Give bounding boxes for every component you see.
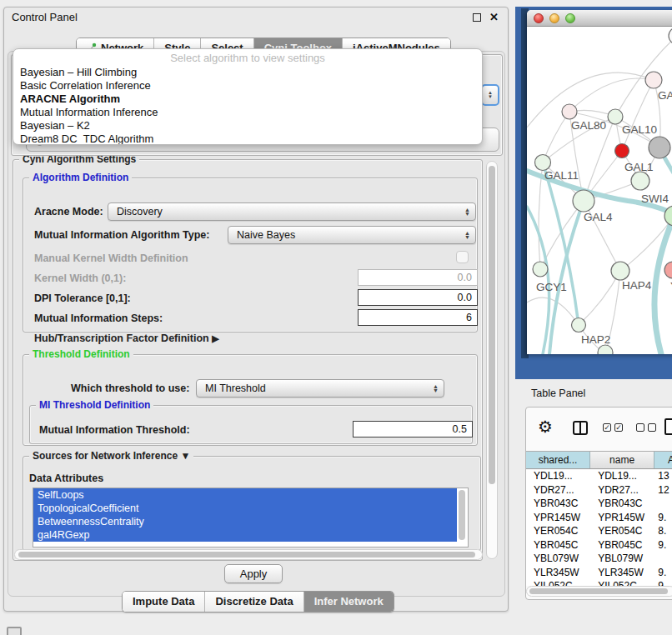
scrollbar-thumb[interactable] [529,588,668,594]
which-threshold-combobox[interactable]: MI Threshold ▲▼ [196,379,444,398]
network-canvas[interactable]: GAL80 GAL10 GAL11 GAL1 SWI4 GAL4 GCY1 HA… [527,28,672,354]
table-panel-section: Table Panel ⚙ ✓ ✓ shared... name A [509,379,672,635]
algorithm-dropdown-popup: Select algorithm to view settings Bayesi… [13,48,483,145]
settings-horizontal-scrollbar[interactable] [14,549,483,560]
apply-button[interactable]: Apply [224,564,283,583]
node-gcy1 [533,262,548,277]
algorithm-option[interactable]: Bayesian – Hill Climbing [13,66,482,79]
bottom-left-partial-icon[interactable] [7,627,22,635]
combo-arrows-icon: ▲▼ [462,208,475,216]
mi-threshold-field[interactable]: 0.5 [353,421,473,438]
unchecked-checkbox-icon[interactable] [636,423,644,432]
tab-discretize-data[interactable]: Discretize Data [204,592,303,612]
node-gal10-gray [649,137,670,158]
unchecked-checkbox-icon[interactable] [648,423,656,432]
document-icon[interactable] [664,418,672,435]
table-row[interactable]: YBR043C YBR043C [526,498,672,512]
manual-kernel-checkbox[interactable] [456,251,469,263]
mi-threshold-group-title: MI Threshold Definition [36,399,153,411]
checked-checkbox-icon[interactable]: ✓ [614,423,623,432]
network-window-titlebar[interactable] [527,10,672,27]
mi-type-combobox[interactable]: Naive Bayes ▲▼ [228,226,476,244]
node-label: GAL11 [544,169,579,182]
node-salmon [664,262,672,278]
table-row[interactable]: YIL052C YIL052C 9 [526,580,672,586]
scrollbar-thumb[interactable] [489,166,495,484]
node-label: GAL10 [622,123,657,136]
mi-steps-field[interactable]: 6 [358,309,478,326]
close-icon[interactable]: ✕ [489,11,499,23]
node-gal80 [608,109,623,124]
gear-icon[interactable]: ⚙ [538,417,553,437]
tab-impute-data[interactable]: Impute Data [123,592,204,612]
aracne-mode-label: Aracne Mode: [34,206,103,218]
mi-type-label: Mutual Information Algorithm Type: [34,229,209,241]
mi-type-value: Naive Bayes [228,229,462,241]
manual-kernel-label: Manual Kernel Width Definition [34,252,188,264]
dropdown-hint: Select algorithm to view settings [13,49,482,66]
table-toolbar: ⚙ ✓ ✓ [526,408,672,449]
node-label: SWI4 [641,192,669,205]
zoom-traffic-light-icon[interactable] [565,13,575,23]
tab-infer-network[interactable]: Infer Network [303,592,394,612]
column-header-name[interactable]: name [590,452,654,468]
close-traffic-light-icon[interactable] [534,13,544,23]
hub-definition-expander[interactable]: Hub/Transcription Factor Definition ▶ [34,332,219,344]
float-window-icon[interactable] [473,13,481,22]
algorithm-option[interactable]: Bayesian – K2 [13,119,482,132]
dpi-tolerance-field[interactable]: 0.0 [358,289,478,306]
network-graph: GAL80 GAL10 GAL11 GAL1 SWI4 GAL4 GCY1 HA… [527,28,672,354]
algorithm-option[interactable]: Basic Correlation Inference [13,79,482,92]
attributes-scrollbar[interactable] [458,490,466,543]
which-threshold-value: MI Threshold [197,382,430,394]
node-label: HAP4 [622,279,652,292]
control-panel-window: Control Panel ✕ Network Style Se [3,7,509,612]
kernel-width-label: Kernel Width (0,1): [34,272,126,284]
table-row[interactable]: YDR27... YDR27... 12 [526,484,672,498]
algorithm-combobox-spinner[interactable]: ▲▼ [481,84,499,106]
attribute-item[interactable]: gal4RGexp [33,528,457,542]
dpi-tolerance-label: DPI Tolerance [0,1]: [34,292,131,304]
table-horizontal-scrollbar[interactable] [526,586,672,597]
table-row[interactable]: YBR045C YBR045C 9. [526,539,672,553]
node-label: GAL80 [571,119,606,132]
settings-vertical-scrollbar[interactable] [486,161,498,559]
attribute-item[interactable]: SelfLoops [33,488,457,502]
column-header-shared-name[interactable]: shared... [526,452,590,468]
network-view-window[interactable]: GAL80 GAL10 GAL11 GAL1 SWI4 GAL4 GCY1 HA… [527,10,672,354]
control-panel-titlebar: Control Panel ✕ [4,8,508,28]
columns-icon[interactable] [573,421,588,435]
table-row[interactable]: YLR345W YLR345W 9. [526,567,672,581]
table-row[interactable]: YDL19... YDL19... 13 [526,470,672,484]
algorithm-option[interactable]: Mutual Information Inference [13,106,482,119]
cyni-bottom-tabs: Impute Data Discretize Data Infer Networ… [122,591,394,612]
node-label: GCY1 [536,281,567,293]
data-attributes-list[interactable]: SelfLoops TopologicalCoefficient Between… [33,488,469,548]
algorithm-option[interactable]: Dream8 DC_TDC Algorithm [13,132,482,145]
attribute-item[interactable]: BetweennessCentrality [33,515,457,528]
minimize-traffic-light-icon[interactable] [549,13,559,23]
scrollbar-thumb[interactable] [18,552,475,558]
table-panel: ⚙ ✓ ✓ shared... name A YDL19... Y [525,407,672,600]
kernel-width-field[interactable]: 0.0 [358,269,478,286]
attribute-item[interactable]: TopologicalCoefficient [33,502,457,515]
table-row[interactable]: YBL079W YBL079W [526,552,672,567]
sources-group-title[interactable]: Sources for Network Inference ▼ [29,450,193,462]
node-pink [562,104,577,119]
node-hap2 [572,318,586,332]
combo-arrows-icon: ▲▼ [462,231,475,239]
node-label: GAL4 [584,211,613,223]
table-row[interactable]: YPR145W YPR145W 9. [526,512,672,526]
mi-threshold-label: Mutual Information Threshold: [39,424,190,436]
data-attributes-label: Data Attributes [29,472,103,484]
table-header: shared... name A [526,451,672,469]
column-header-partial[interactable]: A [654,452,672,468]
checked-checkbox-icon[interactable]: ✓ [603,423,611,432]
node-gal4 [573,190,594,212]
algorithm-option-selected[interactable]: ARACNE Algorithm [13,92,482,106]
table-row[interactable]: YER054C YER054C 8. [526,525,672,539]
node-hap4 [611,262,629,280]
network-desktop: GAL80 GAL10 GAL11 GAL1 SWI4 GAL4 GCY1 HA… [515,7,672,379]
combo-arrows-icon: ▲▼ [430,384,444,392]
aracne-mode-combobox[interactable]: Discovery ▲▼ [108,202,476,221]
